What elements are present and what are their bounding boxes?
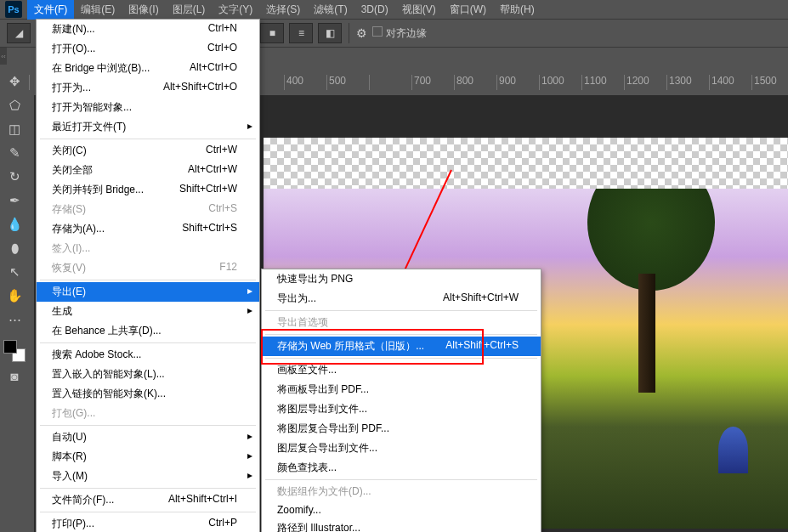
file-menu-item-9[interactable]: 关闭并转到 Bridge...Shift+Ctrl+W bbox=[37, 180, 259, 200]
menu-window[interactable]: 窗口(W) bbox=[443, 0, 493, 20]
path-select-icon[interactable]: ↖ bbox=[4, 262, 25, 282]
hand-tool-icon[interactable]: ✋ bbox=[4, 286, 25, 306]
file-menu-item-15[interactable]: 导出(E)▸ bbox=[37, 282, 259, 302]
file-menu-item-30[interactable]: 打印(P)...Ctrl+P bbox=[37, 514, 259, 532]
crop-tool-icon[interactable]: ◫ bbox=[4, 119, 25, 139]
quickmask-icon[interactable]: ◙ bbox=[4, 365, 25, 386]
tools-panel: ✥ ⬠ ◫ ✎ ↻ ✒ 💧 ⬮ ↖ ✋ ⋯ ◙ bbox=[0, 66, 29, 532]
file-menu-item-20[interactable]: 置入嵌入的智能对象(L)... bbox=[37, 365, 259, 384]
export-menu-item-14: 数据组作为文件(D)... bbox=[262, 482, 541, 501]
lasso-tool-icon[interactable]: ⬠ bbox=[4, 95, 25, 116]
file-menu-item-3[interactable]: 打开为...Alt+Shift+Ctrl+O bbox=[37, 78, 259, 98]
submenu-arrow-icon: ▸ bbox=[247, 304, 252, 316]
export-menu-item-3: 导出首选项 bbox=[262, 313, 541, 332]
export-menu-item-9[interactable]: 将图层导出到文件... bbox=[262, 399, 541, 419]
file-menu-item-10: 存储(S)Ctrl+S bbox=[37, 200, 259, 219]
menu-view[interactable]: 视图(V) bbox=[395, 0, 443, 20]
file-menu-item-13: 恢复(V)F12 bbox=[37, 258, 259, 278]
export-menu-item-0[interactable]: 快速导出为 PNG bbox=[262, 269, 541, 289]
menu-image[interactable]: 图像(I) bbox=[122, 0, 165, 20]
file-menu-item-22: 打包(G)... bbox=[37, 404, 259, 423]
menubar: Ps 文件(F) 编辑(E) 图像(I) 图层(L) 文字(Y) 选择(S) 滤… bbox=[0, 0, 788, 19]
menu-select[interactable]: 选择(S) bbox=[259, 0, 307, 20]
file-menu-item-28[interactable]: 文件简介(F)...Alt+Shift+Ctrl+I bbox=[37, 490, 259, 510]
more-tools-icon[interactable]: ⋯ bbox=[4, 309, 25, 330]
export-menu-item-8[interactable]: 将画板导出到 PDF... bbox=[262, 380, 541, 399]
align-icon[interactable]: ≡ bbox=[289, 23, 313, 43]
file-menu-item-17[interactable]: 在 Behance 上共享(D)... bbox=[37, 321, 259, 341]
file-menu-item-21[interactable]: 置入链接的智能对象(K)... bbox=[37, 384, 259, 404]
file-menu-item-24[interactable]: 自动(U)▸ bbox=[37, 427, 259, 447]
export-menu-item-1[interactable]: 导出为...Alt+Shift+Ctrl+W bbox=[262, 289, 541, 308]
file-menu-item-1[interactable]: 打开(O)...Ctrl+O bbox=[37, 39, 259, 59]
gear-icon[interactable]: ⚙ bbox=[356, 26, 367, 40]
file-menu-item-8[interactable]: 关闭全部Alt+Ctrl+W bbox=[37, 161, 259, 180]
file-menu-item-11[interactable]: 存储为(A)...Shift+Ctrl+S bbox=[37, 219, 259, 239]
export-menu-item-11[interactable]: 图层复合导出到文件... bbox=[262, 439, 541, 458]
menu-type[interactable]: 文字(Y) bbox=[212, 0, 259, 20]
menu-help[interactable]: 帮助(H) bbox=[493, 0, 541, 20]
dodge-tool-icon[interactable]: ⬮ bbox=[4, 238, 25, 258]
arrange-icon[interactable]: ◧ bbox=[318, 23, 342, 43]
file-menu-item-12: 签入(I)... bbox=[37, 239, 259, 258]
file-menu-item-4[interactable]: 打开为智能对象... bbox=[37, 98, 259, 117]
blur-tool-icon[interactable]: 💧 bbox=[4, 214, 25, 235]
file-menu-item-0[interactable]: 新建(N)...Ctrl+N bbox=[37, 20, 259, 39]
submenu-arrow-icon: ▸ bbox=[247, 120, 252, 132]
pen-tool-icon[interactable]: ✒ bbox=[4, 190, 25, 211]
file-menu-item-7[interactable]: 关闭(C)Ctrl+W bbox=[37, 141, 259, 161]
menu-3d[interactable]: 3D(D) bbox=[354, 1, 395, 18]
submenu-arrow-icon: ▸ bbox=[247, 450, 252, 461]
brush-tool-icon[interactable]: ✎ bbox=[4, 143, 25, 163]
color-swatches[interactable] bbox=[3, 340, 26, 362]
path-op-icon[interactable]: ■ bbox=[260, 23, 284, 43]
move-tool-icon[interactable]: ✥ bbox=[4, 71, 25, 92]
export-menu-item-15[interactable]: Zoomify... bbox=[262, 501, 541, 518]
submenu-arrow-icon: ▸ bbox=[247, 285, 252, 297]
submenu-arrow-icon: ▸ bbox=[247, 469, 252, 481]
export-submenu: 快速导出为 PNG导出为...Alt+Shift+Ctrl+W导出首选项存储为 … bbox=[261, 269, 541, 532]
file-menu-item-5[interactable]: 最近打开文件(T)▸ bbox=[37, 117, 259, 137]
panel-flyout-icon[interactable]: ‹‹ bbox=[0, 48, 7, 65]
ps-icon: Ps bbox=[5, 1, 22, 18]
menu-file[interactable]: 文件(F) bbox=[27, 0, 74, 20]
file-menu-item-25[interactable]: 脚本(R)▸ bbox=[37, 447, 259, 467]
menu-edit[interactable]: 编辑(E) bbox=[74, 0, 122, 20]
file-menu-item-19[interactable]: 搜索 Adobe Stock... bbox=[37, 345, 259, 365]
export-menu-item-12[interactable]: 颜色查找表... bbox=[262, 458, 541, 478]
history-brush-icon[interactable]: ↻ bbox=[4, 167, 25, 187]
file-menu-dropdown: 新建(N)...Ctrl+N打开(O)...Ctrl+O在 Bridge 中浏览… bbox=[36, 19, 260, 532]
file-menu-item-2[interactable]: 在 Bridge 中浏览(B)...Alt+Ctrl+O bbox=[37, 59, 259, 78]
export-menu-item-5[interactable]: 存储为 Web 所用格式（旧版）...Alt+Shift+Ctrl+S bbox=[262, 337, 541, 356]
export-menu-item-16[interactable]: 路径到 Illustrator... bbox=[262, 518, 541, 532]
file-menu-item-16[interactable]: 生成▸ bbox=[37, 302, 259, 321]
menu-filter[interactable]: 滤镜(T) bbox=[307, 0, 354, 20]
export-menu-item-7[interactable]: 画板至文件... bbox=[262, 360, 541, 380]
current-tool-icon[interactable]: ◢ bbox=[7, 23, 31, 43]
menu-layer[interactable]: 图层(L) bbox=[166, 0, 213, 20]
file-menu-item-26[interactable]: 导入(M)▸ bbox=[37, 467, 259, 486]
align-edges-checkbox[interactable]: 对齐边缘 bbox=[372, 26, 427, 41]
submenu-arrow-icon: ▸ bbox=[247, 430, 252, 442]
export-menu-item-10[interactable]: 将图层复合导出到 PDF... bbox=[262, 419, 541, 439]
